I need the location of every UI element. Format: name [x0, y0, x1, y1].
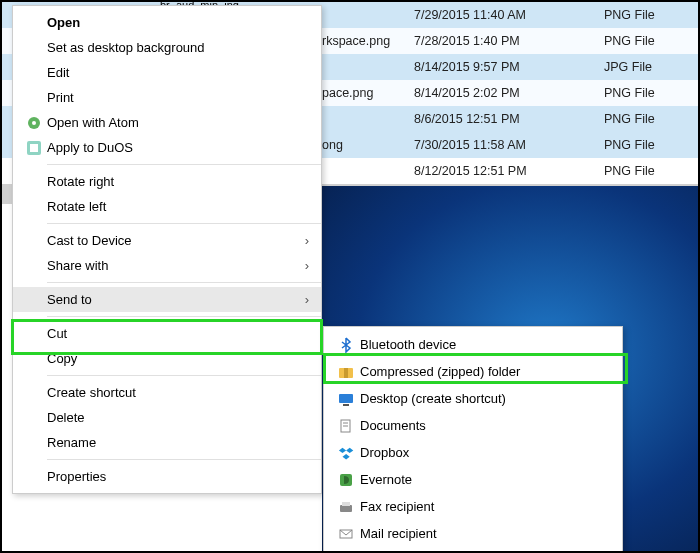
file-name: pace.png [322, 86, 414, 100]
bluetooth-icon [332, 337, 360, 353]
svg-rect-13 [342, 502, 350, 506]
file-date: 8/12/2015 12:51 PM [414, 164, 604, 178]
label: Cut [47, 326, 309, 341]
file-date: 8/14/2015 9:57 PM [414, 60, 604, 74]
menu-cut[interactable]: Cut [13, 321, 321, 346]
file-type: PNG File [604, 86, 684, 100]
label: Cast to Device [47, 233, 305, 248]
atom-icon [21, 115, 47, 131]
separator [47, 316, 321, 317]
label: Open [47, 15, 309, 30]
submenu-compressed-folder[interactable]: Compressed (zipped) folder [324, 358, 622, 385]
evernote-icon [332, 472, 360, 488]
svg-point-1 [32, 121, 36, 125]
label: Rotate left [47, 199, 309, 214]
submenu-bluetooth[interactable]: Bluetooth device [324, 331, 622, 358]
label: Send to [47, 292, 305, 307]
separator [47, 282, 321, 283]
context-menu: Open Set as desktop background Edit Prin… [12, 5, 322, 494]
chevron-right-icon: › [305, 233, 309, 248]
fax-icon [332, 499, 360, 515]
menu-open-with-atom[interactable]: Open with Atom [13, 110, 321, 135]
label: Compressed (zipped) folder [360, 364, 610, 379]
file-date: 7/29/2015 11:40 AM [414, 8, 604, 22]
sendto-submenu: Bluetooth device Compressed (zipped) fol… [323, 326, 623, 552]
chevron-right-icon: › [305, 292, 309, 307]
mail-icon [332, 526, 360, 542]
label: Edit [47, 65, 309, 80]
menu-delete[interactable]: Delete [13, 405, 321, 430]
label: Bluetooth device [360, 337, 610, 352]
file-type: PNG File [604, 164, 684, 178]
file-type: PNG File [604, 8, 684, 22]
label: Create shortcut [47, 385, 309, 400]
svg-rect-5 [344, 368, 348, 378]
label: Evernote [360, 472, 610, 487]
file-type: JPG File [604, 60, 684, 74]
svg-rect-7 [343, 404, 349, 406]
label: Print [47, 90, 309, 105]
menu-edit[interactable]: Edit [13, 60, 321, 85]
menu-create-shortcut[interactable]: Create shortcut [13, 380, 321, 405]
svg-rect-12 [340, 505, 352, 512]
label: Delete [47, 410, 309, 425]
documents-icon [332, 418, 360, 434]
menu-cast-to-device[interactable]: Cast to Device › [13, 228, 321, 253]
file-date: 8/6/2015 12:51 PM [414, 112, 604, 126]
label: Rotate right [47, 174, 309, 189]
label: Mail recipient [360, 526, 610, 541]
file-date: 7/28/2015 1:40 PM [414, 34, 604, 48]
menu-rotate-right[interactable]: Rotate right [13, 169, 321, 194]
separator [47, 164, 321, 165]
menu-open[interactable]: Open [13, 10, 321, 35]
file-name: ong [322, 138, 414, 152]
label: Documents [360, 418, 610, 433]
label: Set as desktop background [47, 40, 309, 55]
separator [47, 375, 321, 376]
menu-share-with[interactable]: Share with › [13, 253, 321, 278]
separator [47, 459, 321, 460]
label: Apply to DuOS [47, 140, 309, 155]
label: Copy [47, 351, 309, 366]
submenu-documents[interactable]: Documents [324, 412, 622, 439]
menu-properties[interactable]: Properties [13, 464, 321, 489]
zip-folder-icon [332, 364, 360, 380]
label: Open with Atom [47, 115, 309, 130]
file-date: 7/30/2015 11:58 AM [414, 138, 604, 152]
duos-icon [21, 140, 47, 156]
file-date: 8/14/2015 2:02 PM [414, 86, 604, 100]
file-type: PNG File [604, 112, 684, 126]
submenu-fax[interactable]: Fax recipient [324, 493, 622, 520]
svg-rect-6 [339, 394, 353, 403]
menu-send-to[interactable]: Send to › [13, 287, 321, 312]
menu-print[interactable]: Print [13, 85, 321, 110]
submenu-evernote[interactable]: Evernote [324, 466, 622, 493]
desktop-icon [332, 391, 360, 407]
file-name: rkspace.png [322, 34, 414, 48]
submenu-desktop-shortcut[interactable]: Desktop (create shortcut) [324, 385, 622, 412]
submenu-mail[interactable]: Mail recipient [324, 520, 622, 547]
label: Share with [47, 258, 305, 273]
chevron-right-icon: › [305, 258, 309, 273]
label: Properties [47, 469, 309, 484]
menu-set-desktop-bg[interactable]: Set as desktop background [13, 35, 321, 60]
separator [47, 223, 321, 224]
file-type: PNG File [604, 34, 684, 48]
label: Dropbox [360, 445, 610, 460]
submenu-dropbox[interactable]: Dropbox [324, 439, 622, 466]
menu-copy[interactable]: Copy [13, 346, 321, 371]
svg-rect-3 [30, 144, 38, 152]
menu-rename[interactable]: Rename [13, 430, 321, 455]
dropbox-icon [332, 445, 360, 461]
menu-apply-duos[interactable]: Apply to DuOS [13, 135, 321, 160]
menu-rotate-left[interactable]: Rotate left [13, 194, 321, 219]
label: Fax recipient [360, 499, 610, 514]
label: Rename [47, 435, 309, 450]
file-type: PNG File [604, 138, 684, 152]
label: Desktop (create shortcut) [360, 391, 610, 406]
